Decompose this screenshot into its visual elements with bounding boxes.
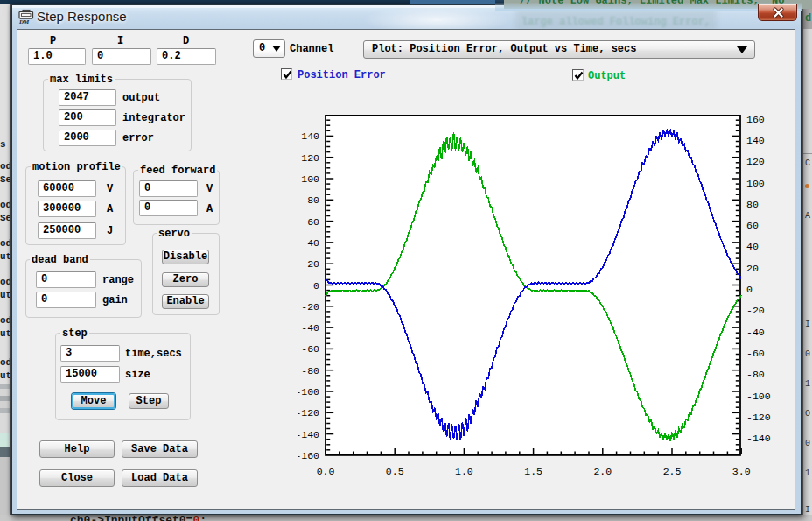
svg-text:20: 20: [307, 258, 319, 270]
svg-text:0: 0: [313, 280, 319, 292]
svg-text:-60: -60: [746, 348, 765, 359]
svg-text:2.0: 2.0: [593, 466, 612, 477]
svg-text:20: 20: [746, 263, 759, 274]
svg-text:-60: -60: [301, 343, 319, 355]
svg-text:3.0: 3.0: [732, 466, 751, 477]
svg-text:-100: -100: [298, 386, 319, 398]
svg-text:-140: -140: [298, 429, 319, 440]
svg-text:120: 120: [301, 152, 319, 164]
svg-text:0: 0: [746, 284, 752, 295]
svg-text:2.5: 2.5: [663, 466, 682, 477]
svg-text:0.0: 0.0: [317, 466, 335, 477]
svg-text:140: 140: [301, 130, 319, 142]
svg-text:60: 60: [307, 216, 319, 228]
svg-text:-120: -120: [298, 407, 319, 419]
svg-text:100: 100: [746, 178, 765, 189]
svg-text:-140: -140: [746, 433, 771, 444]
svg-text:80: 80: [746, 199, 759, 210]
svg-text:-100: -100: [746, 391, 771, 402]
svg-text:120: 120: [746, 156, 765, 167]
svg-text:-80: -80: [746, 369, 765, 380]
svg-text:1.5: 1.5: [524, 466, 542, 477]
svg-text:1.0: 1.0: [455, 466, 473, 477]
svg-text:-40: -40: [301, 322, 319, 334]
svg-text:40: 40: [746, 241, 759, 252]
svg-text:0.5: 0.5: [386, 466, 404, 477]
svg-text:DM: DM: [18, 18, 30, 25]
svg-text:-80: -80: [301, 365, 319, 377]
svg-text:40: 40: [307, 237, 319, 249]
svg-text:-160: -160: [298, 450, 319, 461]
svg-text:80: 80: [307, 194, 319, 206]
svg-text:-20: -20: [301, 301, 319, 313]
svg-text:100: 100: [301, 173, 319, 185]
svg-text:160: 160: [746, 114, 765, 125]
svg-text:-120: -120: [746, 412, 771, 423]
svg-text:-40: -40: [746, 327, 765, 338]
svg-text:140: 140: [746, 135, 765, 146]
svg-text:-20: -20: [746, 305, 765, 316]
svg-text:60: 60: [746, 220, 759, 231]
